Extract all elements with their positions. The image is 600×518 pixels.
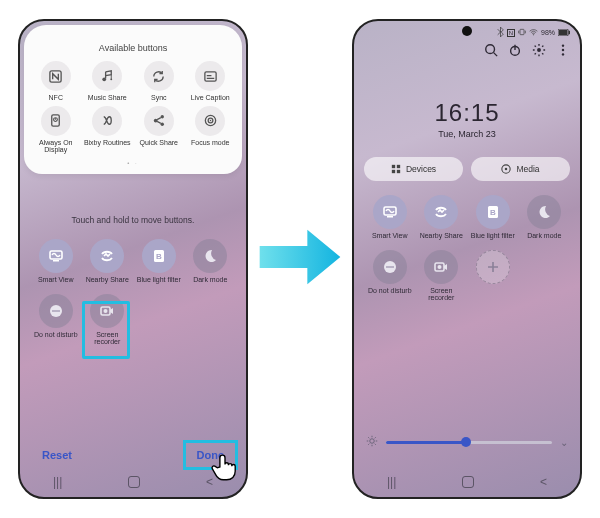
quick-blue-light[interactable]: BBlue light filter	[467, 195, 519, 240]
devices-pill[interactable]: Devices	[364, 157, 463, 181]
battery-text: 98%	[541, 29, 555, 36]
svg-rect-44	[386, 266, 394, 268]
bluetooth-icon	[497, 27, 504, 38]
blue-light-icon: B	[142, 239, 176, 273]
svg-rect-24	[569, 30, 570, 33]
svg-point-32	[562, 53, 564, 55]
svg-point-29	[537, 48, 541, 52]
svg-point-31	[562, 49, 564, 51]
clock: 16:15 Tue, March 23	[354, 99, 580, 139]
quick-dark-mode[interactable]: Dark mode	[185, 239, 237, 284]
quick-label: Blue light filter	[137, 276, 181, 284]
page-dots: • ·	[30, 160, 236, 166]
svg-point-7	[161, 115, 164, 118]
available-quick-share[interactable]: Quick Share	[133, 106, 185, 154]
smart-view-icon	[39, 239, 73, 273]
svg-rect-35	[392, 170, 395, 173]
available-label: Bixby Routines	[84, 139, 131, 147]
nfc-indicator: N	[507, 29, 515, 37]
quick-label: Nearby Share	[86, 276, 129, 284]
quick-blue-light[interactable]: BBlue light filter	[133, 239, 185, 284]
available-bixby[interactable]: Bixby Routines	[82, 106, 134, 154]
more-icon[interactable]	[556, 43, 570, 57]
quick-smart-view[interactable]: Smart View	[30, 239, 82, 284]
quick-dnd[interactable]: Do not disturb	[364, 250, 416, 302]
clock-time: 16:15	[354, 99, 580, 127]
wifi-icon	[529, 29, 538, 37]
battery-icon	[558, 29, 570, 37]
qs-actions	[484, 43, 570, 57]
available-aod[interactable]: Always On Display	[30, 106, 82, 154]
svg-point-30	[562, 44, 564, 46]
svg-line-26	[494, 53, 498, 57]
quick-label: Nearby Share	[420, 232, 463, 240]
status-bar: N 98%	[497, 27, 570, 38]
focus-icon	[195, 106, 225, 136]
nav-bar: ||| <	[354, 471, 580, 493]
svg-rect-36	[397, 170, 400, 173]
nav-back-icon[interactable]: <	[540, 475, 547, 489]
devices-label: Devices	[406, 164, 436, 174]
reset-button[interactable]: Reset	[34, 445, 80, 465]
vibrate-icon	[518, 28, 526, 37]
search-icon[interactable]	[484, 43, 498, 57]
quick-smart-view[interactable]: Smart View	[364, 195, 416, 240]
quick-label: Screen recorder	[82, 331, 132, 346]
svg-point-19	[104, 309, 108, 313]
quick-nearby-share[interactable]: Nearby Share	[82, 239, 134, 284]
nav-recent-icon[interactable]: |||	[387, 475, 396, 489]
available-label: Music Share	[88, 94, 127, 102]
svg-rect-4	[52, 115, 60, 126]
available-label: Sync	[151, 94, 167, 102]
available-sync[interactable]: Sync	[133, 61, 185, 102]
quick-label: Do not disturb	[368, 287, 412, 295]
hint-text: Touch and hold to move buttons.	[20, 215, 246, 225]
settings-gear-icon[interactable]	[532, 43, 546, 57]
svg-text:B: B	[490, 208, 496, 217]
media-pill[interactable]: Media	[471, 157, 570, 181]
nav-home-icon[interactable]	[462, 476, 474, 488]
brightness-expand-icon[interactable]: ⌄	[560, 437, 568, 448]
brightness-slider[interactable]: ⌄	[366, 433, 568, 451]
quick-screen-recorder[interactable]: Screen recorder	[82, 294, 134, 346]
available-live-caption[interactable]: Live Caption	[185, 61, 237, 102]
sync-icon	[144, 61, 174, 91]
nav-home-icon[interactable]	[128, 476, 140, 488]
quick-share-icon	[144, 106, 174, 136]
quick-screen-recorder[interactable]: Screen recorder	[416, 250, 468, 302]
quick-label: Do not disturb	[34, 331, 78, 339]
pointer-hand-icon	[208, 450, 242, 484]
svg-rect-34	[397, 165, 400, 168]
quick-label: Dark mode	[527, 232, 561, 240]
arrow-icon	[256, 222, 344, 292]
quick-add[interactable]	[467, 250, 519, 302]
media-label: Media	[516, 164, 539, 174]
screen-recorder-icon	[424, 250, 458, 284]
available-label: Focus mode	[191, 139, 230, 147]
nearby-share-icon	[90, 239, 124, 273]
available-buttons-panel: Available buttons NFCMusic ShareSyncLive…	[24, 25, 242, 174]
quick-dark-mode[interactable]: Dark mode	[519, 195, 571, 240]
available-nfc[interactable]: NFC	[30, 61, 82, 102]
svg-point-8	[161, 123, 164, 126]
quick-nearby-share[interactable]: Nearby Share	[416, 195, 468, 240]
available-music-share[interactable]: Music Share	[82, 61, 134, 102]
available-focus[interactable]: Focus mode	[185, 106, 237, 154]
svg-rect-33	[392, 165, 395, 168]
svg-point-46	[438, 265, 442, 269]
blue-light-icon: B	[476, 195, 510, 229]
svg-rect-3	[205, 71, 216, 80]
aod-icon	[41, 106, 71, 136]
add-icon	[476, 250, 510, 284]
bixby-icon	[92, 106, 122, 136]
nav-recent-icon[interactable]: |||	[53, 475, 62, 489]
svg-point-38	[505, 168, 508, 171]
power-icon[interactable]	[508, 43, 522, 57]
quick-dnd[interactable]: Do not disturb	[30, 294, 82, 346]
clock-date: Tue, March 23	[354, 129, 580, 139]
available-label: Always On Display	[31, 139, 81, 154]
available-label: Live Caption	[191, 94, 230, 102]
smart-view-icon	[373, 195, 407, 229]
quick-label: Smart View	[38, 276, 74, 284]
music-share-icon	[92, 61, 122, 91]
